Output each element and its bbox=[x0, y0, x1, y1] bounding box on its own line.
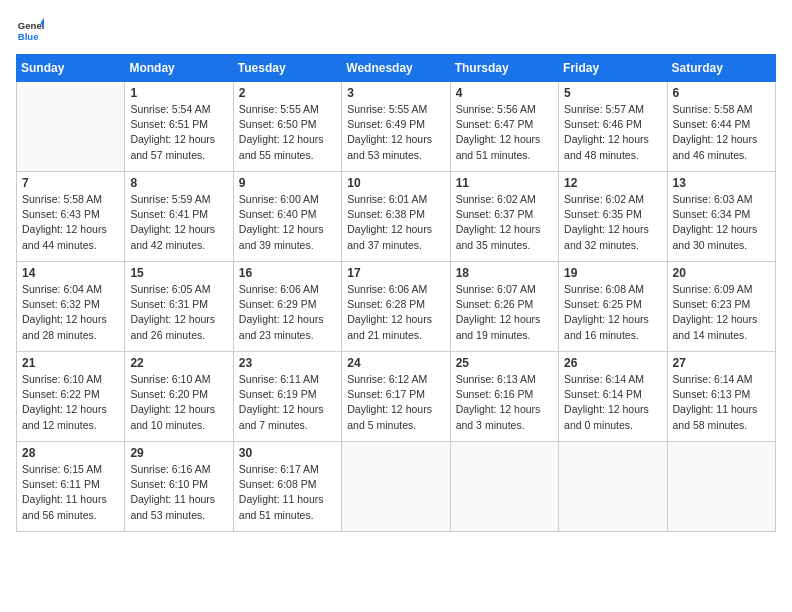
calendar-cell: 3Sunrise: 5:55 AMSunset: 6:49 PMDaylight… bbox=[342, 82, 450, 172]
calendar-cell: 30Sunrise: 6:17 AMSunset: 6:08 PMDayligh… bbox=[233, 442, 341, 532]
day-info: Sunrise: 6:17 AMSunset: 6:08 PMDaylight:… bbox=[239, 462, 336, 523]
day-info: Sunrise: 6:03 AMSunset: 6:34 PMDaylight:… bbox=[673, 192, 770, 253]
day-info: Sunrise: 5:54 AMSunset: 6:51 PMDaylight:… bbox=[130, 102, 227, 163]
day-info: Sunrise: 6:08 AMSunset: 6:25 PMDaylight:… bbox=[564, 282, 661, 343]
day-info: Sunrise: 5:58 AMSunset: 6:44 PMDaylight:… bbox=[673, 102, 770, 163]
calendar-cell: 2Sunrise: 5:55 AMSunset: 6:50 PMDaylight… bbox=[233, 82, 341, 172]
day-info: Sunrise: 6:13 AMSunset: 6:16 PMDaylight:… bbox=[456, 372, 553, 433]
day-number: 12 bbox=[564, 176, 661, 190]
svg-text:Blue: Blue bbox=[18, 31, 39, 42]
logo-icon: General Blue bbox=[16, 16, 44, 44]
day-info: Sunrise: 5:59 AMSunset: 6:41 PMDaylight:… bbox=[130, 192, 227, 253]
day-info: Sunrise: 6:10 AMSunset: 6:22 PMDaylight:… bbox=[22, 372, 119, 433]
day-info: Sunrise: 6:09 AMSunset: 6:23 PMDaylight:… bbox=[673, 282, 770, 343]
calendar-table: SundayMondayTuesdayWednesdayThursdayFrid… bbox=[16, 54, 776, 532]
weekday-header-thursday: Thursday bbox=[450, 55, 558, 82]
calendar-cell: 10Sunrise: 6:01 AMSunset: 6:38 PMDayligh… bbox=[342, 172, 450, 262]
calendar-cell: 19Sunrise: 6:08 AMSunset: 6:25 PMDayligh… bbox=[559, 262, 667, 352]
day-number: 5 bbox=[564, 86, 661, 100]
weekday-header-saturday: Saturday bbox=[667, 55, 775, 82]
calendar-cell: 5Sunrise: 5:57 AMSunset: 6:46 PMDaylight… bbox=[559, 82, 667, 172]
calendar-cell: 26Sunrise: 6:14 AMSunset: 6:14 PMDayligh… bbox=[559, 352, 667, 442]
day-number: 6 bbox=[673, 86, 770, 100]
day-info: Sunrise: 5:55 AMSunset: 6:49 PMDaylight:… bbox=[347, 102, 444, 163]
day-info: Sunrise: 6:01 AMSunset: 6:38 PMDaylight:… bbox=[347, 192, 444, 253]
day-number: 9 bbox=[239, 176, 336, 190]
calendar-cell bbox=[450, 442, 558, 532]
day-info: Sunrise: 5:57 AMSunset: 6:46 PMDaylight:… bbox=[564, 102, 661, 163]
day-info: Sunrise: 5:58 AMSunset: 6:43 PMDaylight:… bbox=[22, 192, 119, 253]
calendar-header-row: SundayMondayTuesdayWednesdayThursdayFrid… bbox=[17, 55, 776, 82]
day-info: Sunrise: 6:15 AMSunset: 6:11 PMDaylight:… bbox=[22, 462, 119, 523]
day-info: Sunrise: 6:07 AMSunset: 6:26 PMDaylight:… bbox=[456, 282, 553, 343]
day-number: 4 bbox=[456, 86, 553, 100]
day-number: 10 bbox=[347, 176, 444, 190]
calendar-cell: 27Sunrise: 6:14 AMSunset: 6:13 PMDayligh… bbox=[667, 352, 775, 442]
day-info: Sunrise: 6:11 AMSunset: 6:19 PMDaylight:… bbox=[239, 372, 336, 433]
calendar-cell: 13Sunrise: 6:03 AMSunset: 6:34 PMDayligh… bbox=[667, 172, 775, 262]
day-number: 29 bbox=[130, 446, 227, 460]
calendar-cell: 25Sunrise: 6:13 AMSunset: 6:16 PMDayligh… bbox=[450, 352, 558, 442]
calendar-cell: 6Sunrise: 5:58 AMSunset: 6:44 PMDaylight… bbox=[667, 82, 775, 172]
day-number: 1 bbox=[130, 86, 227, 100]
weekday-header-wednesday: Wednesday bbox=[342, 55, 450, 82]
calendar-week-row: 14Sunrise: 6:04 AMSunset: 6:32 PMDayligh… bbox=[17, 262, 776, 352]
day-number: 14 bbox=[22, 266, 119, 280]
calendar-cell: 12Sunrise: 6:02 AMSunset: 6:35 PMDayligh… bbox=[559, 172, 667, 262]
day-number: 27 bbox=[673, 356, 770, 370]
calendar-week-row: 28Sunrise: 6:15 AMSunset: 6:11 PMDayligh… bbox=[17, 442, 776, 532]
calendar-cell: 9Sunrise: 6:00 AMSunset: 6:40 PMDaylight… bbox=[233, 172, 341, 262]
day-info: Sunrise: 6:00 AMSunset: 6:40 PMDaylight:… bbox=[239, 192, 336, 253]
calendar-week-row: 21Sunrise: 6:10 AMSunset: 6:22 PMDayligh… bbox=[17, 352, 776, 442]
day-number: 18 bbox=[456, 266, 553, 280]
day-number: 3 bbox=[347, 86, 444, 100]
calendar-cell: 18Sunrise: 6:07 AMSunset: 6:26 PMDayligh… bbox=[450, 262, 558, 352]
calendar-cell: 28Sunrise: 6:15 AMSunset: 6:11 PMDayligh… bbox=[17, 442, 125, 532]
day-number: 20 bbox=[673, 266, 770, 280]
calendar-cell bbox=[342, 442, 450, 532]
day-info: Sunrise: 6:14 AMSunset: 6:13 PMDaylight:… bbox=[673, 372, 770, 433]
day-number: 17 bbox=[347, 266, 444, 280]
day-number: 15 bbox=[130, 266, 227, 280]
weekday-header-friday: Friday bbox=[559, 55, 667, 82]
day-number: 25 bbox=[456, 356, 553, 370]
calendar-cell: 29Sunrise: 6:16 AMSunset: 6:10 PMDayligh… bbox=[125, 442, 233, 532]
day-number: 16 bbox=[239, 266, 336, 280]
day-number: 2 bbox=[239, 86, 336, 100]
day-number: 13 bbox=[673, 176, 770, 190]
day-number: 7 bbox=[22, 176, 119, 190]
weekday-header-tuesday: Tuesday bbox=[233, 55, 341, 82]
day-info: Sunrise: 6:14 AMSunset: 6:14 PMDaylight:… bbox=[564, 372, 661, 433]
day-number: 28 bbox=[22, 446, 119, 460]
weekday-header-monday: Monday bbox=[125, 55, 233, 82]
day-info: Sunrise: 6:16 AMSunset: 6:10 PMDaylight:… bbox=[130, 462, 227, 523]
day-number: 22 bbox=[130, 356, 227, 370]
calendar-cell: 17Sunrise: 6:06 AMSunset: 6:28 PMDayligh… bbox=[342, 262, 450, 352]
day-info: Sunrise: 6:02 AMSunset: 6:37 PMDaylight:… bbox=[456, 192, 553, 253]
day-number: 24 bbox=[347, 356, 444, 370]
day-number: 23 bbox=[239, 356, 336, 370]
calendar-cell: 20Sunrise: 6:09 AMSunset: 6:23 PMDayligh… bbox=[667, 262, 775, 352]
day-info: Sunrise: 6:02 AMSunset: 6:35 PMDaylight:… bbox=[564, 192, 661, 253]
calendar-week-row: 7Sunrise: 5:58 AMSunset: 6:43 PMDaylight… bbox=[17, 172, 776, 262]
calendar-cell: 21Sunrise: 6:10 AMSunset: 6:22 PMDayligh… bbox=[17, 352, 125, 442]
day-info: Sunrise: 6:05 AMSunset: 6:31 PMDaylight:… bbox=[130, 282, 227, 343]
day-info: Sunrise: 6:06 AMSunset: 6:29 PMDaylight:… bbox=[239, 282, 336, 343]
day-info: Sunrise: 6:10 AMSunset: 6:20 PMDaylight:… bbox=[130, 372, 227, 433]
day-number: 8 bbox=[130, 176, 227, 190]
day-info: Sunrise: 5:55 AMSunset: 6:50 PMDaylight:… bbox=[239, 102, 336, 163]
day-info: Sunrise: 6:12 AMSunset: 6:17 PMDaylight:… bbox=[347, 372, 444, 433]
day-info: Sunrise: 6:06 AMSunset: 6:28 PMDaylight:… bbox=[347, 282, 444, 343]
page-header: General Blue bbox=[16, 16, 776, 44]
day-number: 30 bbox=[239, 446, 336, 460]
calendar-week-row: 1Sunrise: 5:54 AMSunset: 6:51 PMDaylight… bbox=[17, 82, 776, 172]
day-number: 11 bbox=[456, 176, 553, 190]
calendar-cell bbox=[17, 82, 125, 172]
calendar-cell: 11Sunrise: 6:02 AMSunset: 6:37 PMDayligh… bbox=[450, 172, 558, 262]
calendar-cell: 7Sunrise: 5:58 AMSunset: 6:43 PMDaylight… bbox=[17, 172, 125, 262]
svg-text:General: General bbox=[18, 20, 44, 31]
weekday-header-sunday: Sunday bbox=[17, 55, 125, 82]
calendar-cell bbox=[667, 442, 775, 532]
calendar-cell bbox=[559, 442, 667, 532]
logo: General Blue bbox=[16, 16, 50, 44]
